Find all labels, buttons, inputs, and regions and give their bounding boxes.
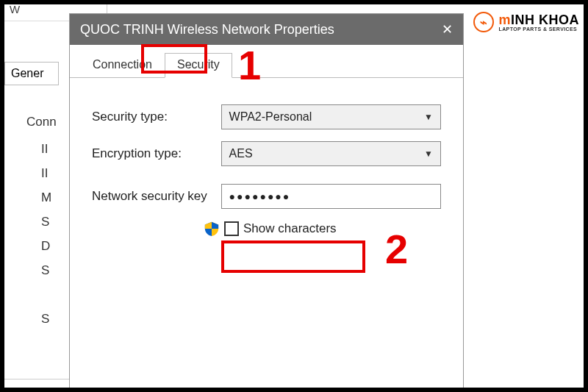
background-general-tab[interactable]: Gener: [4, 62, 59, 85]
dialog-titlebar[interactable]: QUOC TRINH Wireless Network Properties ✕: [70, 14, 463, 45]
chevron-down-icon: ▼: [424, 112, 433, 122]
encryption-type-label: Encryption type:: [92, 146, 221, 161]
show-characters-label: Show characters: [243, 221, 337, 236]
brand-logo-icon: ⌁: [473, 12, 494, 32]
network-key-label: Network security key: [92, 189, 221, 204]
security-type-dropdown[interactable]: WPA2-Personal ▼: [221, 104, 441, 129]
security-type-label: Security type:: [92, 110, 221, 124]
network-key-value: ●●●●●●●●: [229, 190, 291, 202]
encryption-type-value: AES: [229, 147, 253, 160]
wifi-icon: 📶: [0, 2, 5, 16]
show-characters-checkbox[interactable]: [224, 221, 239, 236]
tab-connection[interactable]: Connection: [80, 53, 165, 78]
security-type-value: WPA2-Personal: [229, 110, 312, 124]
bg-window-title: W: [10, 3, 20, 15]
encryption-type-dropdown[interactable]: AES ▼: [221, 141, 441, 166]
close-icon[interactable]: ✕: [442, 21, 453, 38]
wireless-properties-dialog: QUOC TRINH Wireless Network Properties ✕…: [69, 13, 464, 388]
watermark-brand: ⌁ mINH KHOA LAPTOP PARTS & SERVICES: [473, 12, 579, 32]
tabstrip: Connection Security: [70, 45, 463, 78]
tab-security[interactable]: Security: [165, 53, 232, 78]
uac-shield-icon: [204, 221, 220, 237]
chevron-down-icon: ▼: [424, 149, 433, 159]
dialog-title-text: QUOC TRINH Wireless Network Properties: [80, 22, 334, 38]
network-key-input[interactable]: ●●●●●●●●: [221, 184, 441, 209]
background-field-fragments: Conn II II M S D S S: [41, 115, 57, 336]
